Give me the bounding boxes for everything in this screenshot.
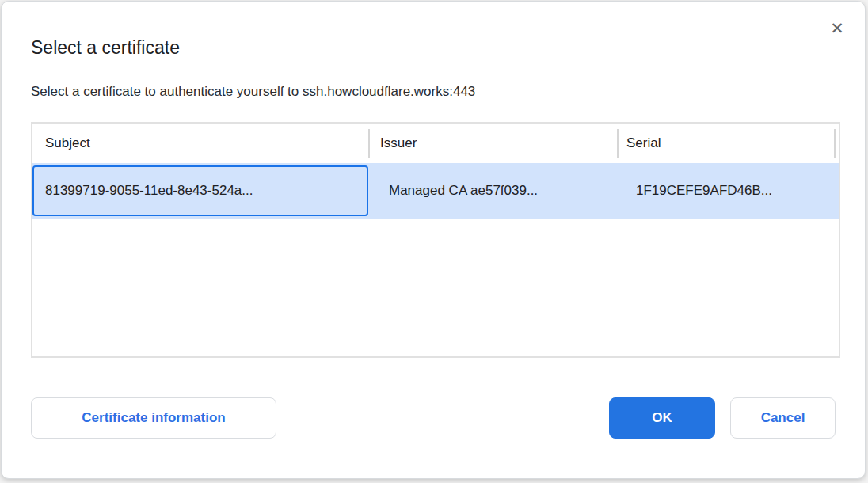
cell-issuer: Managed CA ae57f039... bbox=[368, 163, 617, 219]
dialog-footer: Certificate information OK Cancel bbox=[31, 397, 836, 439]
certificate-row-selected[interactable]: 81399719-9055-11ed-8e43-524a... Managed … bbox=[32, 163, 839, 219]
close-button[interactable]: ✕ bbox=[825, 16, 849, 40]
column-header-serial: Serial bbox=[617, 124, 839, 163]
column-header-issuer: Issuer bbox=[368, 124, 617, 163]
column-divider bbox=[617, 129, 619, 158]
footer-action-buttons: OK Cancel bbox=[609, 397, 836, 439]
dialog-title: Select a certificate bbox=[31, 35, 836, 60]
select-certificate-dialog: ✕ Select a certificate Select a certific… bbox=[1, 1, 866, 479]
ok-button[interactable]: OK bbox=[609, 397, 715, 439]
certificate-information-button[interactable]: Certificate information bbox=[31, 397, 276, 439]
column-header-subject: Subject bbox=[32, 124, 368, 163]
certificate-table: Subject Issuer Serial 81399719-9055-11ed… bbox=[31, 122, 840, 358]
cancel-button[interactable]: Cancel bbox=[730, 397, 836, 439]
column-divider bbox=[368, 129, 370, 158]
close-icon: ✕ bbox=[830, 20, 844, 36]
column-divider bbox=[834, 129, 836, 158]
cell-serial: 1F19CEFE9AFD46B... bbox=[617, 163, 839, 219]
dialog-subtitle: Select a certificate to authenticate you… bbox=[31, 82, 836, 101]
table-header-row: Subject Issuer Serial bbox=[32, 124, 839, 163]
cell-subject: 81399719-9055-11ed-8e43-524a... bbox=[32, 165, 368, 216]
